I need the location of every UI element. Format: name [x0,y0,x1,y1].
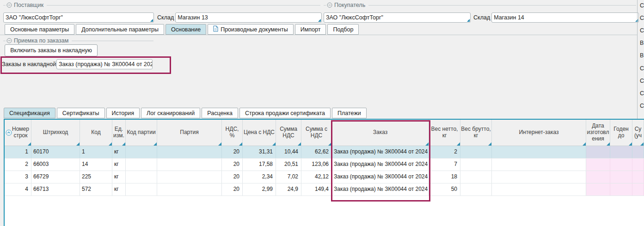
cell-barcode[interactable]: 60170 [31,146,80,158]
cell-vat_sum[interactable]: 10,44 [276,146,301,158]
tab-additional-params[interactable]: Дополнительные параметры [76,24,164,35]
tab-derived-documents[interactable]: Производные документы [208,24,294,35]
tab-specification[interactable]: Спецификация [4,108,55,118]
cell-inet[interactable] [492,159,586,171]
tab-pricing[interactable]: Расценка [202,108,238,118]
cell-order[interactable]: Заказ (продажа) № ЗК00044 от 2024 [332,159,429,171]
cell-code[interactable]: 572 [80,183,112,195]
cell-unit[interactable]: кг [112,171,126,183]
cell-barcode[interactable]: 66713 [31,183,80,195]
cell-sum_uch[interactable] [632,183,644,195]
cell-gross[interactable] [460,171,492,183]
sort-ascending-icon[interactable] [6,129,12,136]
cell-party_code[interactable] [126,171,157,183]
filter-triangle-icon[interactable] [425,142,429,146]
cell-made[interactable] [586,171,610,183]
column-header-net[interactable]: Вес нетто, кг [429,120,460,146]
cell-gross[interactable] [460,146,492,158]
cell-party[interactable] [157,171,222,183]
cell-num[interactable]: 4 [5,183,31,195]
cell-num[interactable]: 1 [5,146,31,158]
cell-unit[interactable]: кг [112,146,126,158]
tab-certificates[interactable]: Сертификаты [57,108,105,118]
table-row[interactable]: 1601701кг2031,3110,4462,62Заказ (продажа… [5,146,644,159]
column-header-unit[interactable]: Ед. изм. [112,120,126,146]
cell-unit[interactable]: кг [112,159,126,171]
column-header-party_code[interactable]: Код партии [126,120,157,146]
cell-unit[interactable]: кг [112,183,126,195]
cell-sum_uch[interactable] [632,171,644,183]
cell-price[interactable]: 2,34 [243,171,276,183]
column-header-made[interactable]: Дата изготовления [586,120,610,146]
filter-triangle-icon[interactable] [457,142,460,146]
column-header-total[interactable]: Сумма с НДС [301,120,332,146]
tab-scan-log[interactable]: Лог сканирований [141,108,200,118]
column-header-valid[interactable]: Годен до [610,120,632,146]
cell-price[interactable]: 31,31 [243,146,276,158]
cell-net[interactable]: 7 [429,159,460,171]
cell-vat[interactable]: 20 [222,171,243,183]
filter-triangle-icon[interactable] [122,142,125,146]
cell-vat[interactable]: 20 [222,183,243,195]
cell-party[interactable] [157,146,222,158]
collapse-icon[interactable] [6,38,12,43]
tab-history[interactable]: История [106,108,140,118]
cell-party_code[interactable] [126,183,157,195]
tab-certificate-sale-row[interactable]: Строка продажи сертификата [239,108,331,118]
column-header-code[interactable]: Код [80,120,112,146]
buyer-name-field[interactable]: ЗАО "ЛюксСофтТорг" [324,12,471,23]
cell-gross[interactable] [460,183,492,195]
cell-sum_uch[interactable] [632,146,644,158]
filter-triangle-icon[interactable] [28,142,31,146]
cell-valid[interactable] [610,146,632,158]
cell-order[interactable]: Заказ (продажа) № ЗК00044 от 2024 [332,183,429,195]
buyer-sklad-field[interactable]: Магазин 14 [491,12,639,23]
cell-order[interactable]: Заказ (продажа) № ЗК00044 от 2024 [332,171,429,183]
cell-net[interactable]: 2 [429,146,460,158]
cell-inet[interactable] [492,146,586,158]
cell-total[interactable]: 149,4 [301,183,332,195]
cell-num[interactable]: 3 [5,171,31,183]
table-row[interactable]: 26600314кг2017,5820,51123,06Заказ (прода… [5,159,644,171]
cell-net[interactable]: 18 [429,171,460,183]
cell-party_code[interactable] [126,146,157,158]
cell-vat_sum[interactable]: 20,51 [276,159,301,171]
column-header-num[interactable]: Номер строк [5,120,31,146]
filter-triangle-icon[interactable] [109,142,112,146]
tab-payments[interactable]: Платежи [332,108,367,118]
filter-triangle-icon[interactable] [328,142,331,146]
tab-selection[interactable]: Подбор [327,24,359,35]
cell-inet[interactable] [492,171,586,183]
filter-triangle-icon[interactable] [153,142,157,146]
filter-triangle-icon[interactable] [583,142,586,146]
column-header-vat_sum[interactable]: Сумма НДС [276,120,301,146]
cell-made[interactable] [586,159,610,171]
cell-made[interactable] [586,146,610,158]
cell-total[interactable]: 123,06 [301,159,332,171]
cell-barcode[interactable]: 66003 [31,159,80,171]
cell-order[interactable]: Заказ (продажа) № ЗК00044 от 2024 [332,146,429,158]
table-row[interactable]: 466713572кг202,9924,9149,4Заказ (продажа… [5,183,644,196]
supplier-sklad-field[interactable]: Магазин 13 [175,12,322,23]
filter-triangle-icon[interactable] [76,142,80,146]
cell-num[interactable]: 2 [5,159,31,171]
column-header-vat[interactable]: НДС, % [222,120,243,146]
orders-in-invoice-field[interactable]: Заказ (продажа) № ЗК00044 от 2024 [56,59,153,69]
filter-triangle-icon[interactable] [298,142,301,146]
column-header-inet[interactable]: Интернет-заказ [492,120,586,146]
cell-price[interactable]: 17,58 [243,159,276,171]
cell-total[interactable]: 42,12 [301,171,332,183]
cell-vat[interactable]: 20 [222,146,243,158]
cell-vat_sum[interactable]: 24,9 [276,183,301,195]
cell-gross[interactable] [460,159,492,171]
cell-party[interactable] [157,183,222,195]
cell-valid[interactable] [610,183,632,195]
cell-code[interactable]: 225 [80,171,112,183]
cell-made[interactable] [586,183,610,195]
collapse-icon[interactable] [6,2,12,8]
cell-code[interactable]: 14 [80,159,112,171]
include-orders-button[interactable]: Включить заказы в накладную [5,44,98,56]
filter-triangle-icon[interactable] [607,142,610,146]
cell-party_code[interactable] [126,159,157,171]
tab-basis[interactable]: Основание [166,24,206,35]
